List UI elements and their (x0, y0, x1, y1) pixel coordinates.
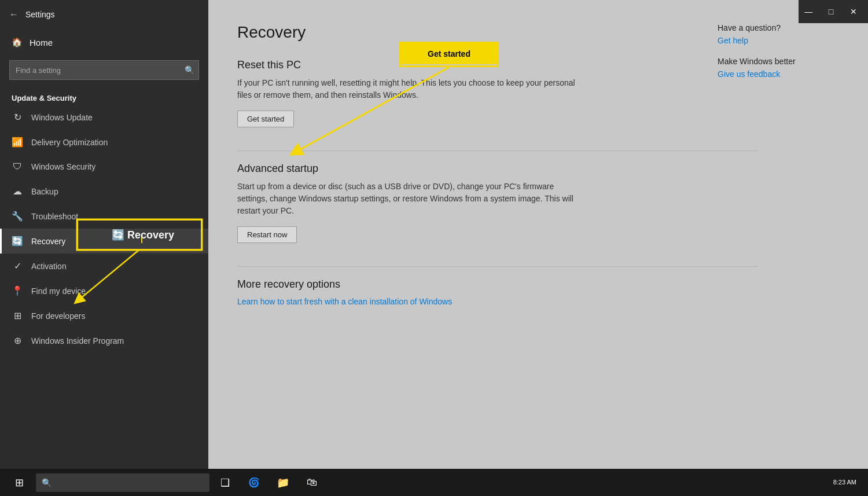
sidebar-item-label: Windows Update (31, 113, 93, 122)
developers-icon: ⊞ (12, 310, 23, 321)
clean-install-link[interactable]: Learn how to start fresh with a clean in… (237, 297, 452, 306)
sidebar-item-windows-insider[interactable]: ⊕ Windows Insider Program (0, 328, 208, 353)
taskbar-search-icon: 🔍 (42, 478, 52, 487)
section-label: Update & Security (0, 89, 208, 105)
sidebar-item-for-developers[interactable]: ⊞ For developers (0, 303, 208, 328)
search-icon: 🔍 (185, 65, 194, 75)
sidebar: ← Settings 🏠 Home 🔍 Update & Security ↻ … (0, 0, 208, 469)
insider-icon: ⊕ (12, 335, 23, 346)
sidebar-item-label: Delivery Optimization (31, 138, 108, 147)
sidebar-item-label: Recovery (31, 237, 65, 246)
taskbar-right: 8:23 AM (833, 478, 863, 487)
troubleshoot-icon: 🔧 (12, 211, 23, 222)
close-button[interactable]: ✕ (843, 2, 863, 21)
sidebar-item-label: Troubleshoot (31, 212, 78, 221)
sidebar-item-activation[interactable]: ✓ Activation (0, 253, 208, 278)
more-options-title: More recovery options (237, 278, 845, 291)
backup-icon: ☁ (12, 186, 23, 197)
taskbar: ⊞ 🔍 ❑ 🌀 📁 🛍 8:23 AM (0, 469, 868, 496)
sidebar-item-recovery[interactable]: 🔄 Recovery (0, 229, 208, 253)
app-title: Settings (25, 10, 55, 19)
home-label: Home (30, 38, 53, 47)
maximize-button[interactable]: □ (821, 2, 841, 21)
taskbar-time: 8:23 AM (833, 478, 856, 487)
home-icon: 🏠 (12, 37, 23, 47)
edge-button[interactable]: 🌀 (241, 469, 267, 496)
windows-security-icon: 🛡 (12, 161, 23, 172)
search-input[interactable] (9, 60, 199, 80)
sidebar-item-find-my-device[interactable]: 📍 Find my device (0, 278, 208, 303)
sidebar-item-label: For developers (31, 311, 85, 321)
title-bar: ← Settings (0, 0, 208, 29)
make-better-title: Make Windows better (718, 57, 845, 66)
sidebar-item-windows-security[interactable]: 🛡 Windows Security (0, 155, 208, 179)
minimize-button[interactable]: — (799, 2, 819, 21)
sidebar-item-troubleshoot[interactable]: 🔧 Troubleshoot (0, 204, 208, 229)
sidebar-item-label: Windows Insider Program (31, 336, 124, 346)
file-explorer-button[interactable]: 📁 (270, 469, 296, 496)
get-started-button[interactable]: Get started (237, 111, 294, 127)
sidebar-item-label: Find my device (31, 286, 86, 296)
sidebar-item-label: Backup (31, 187, 58, 196)
sidebar-item-windows-update[interactable]: ↻ Windows Update (0, 105, 208, 130)
task-view-button[interactable]: ❑ (212, 469, 238, 496)
find-device-icon: 📍 (12, 285, 23, 296)
restart-now-button[interactable]: Restart now (237, 226, 297, 243)
recovery-icon: 🔄 (12, 236, 23, 247)
sidebar-item-backup[interactable]: ☁ Backup (0, 179, 208, 204)
back-icon[interactable]: ← (9, 9, 19, 20)
have-question-title: Have a question? (718, 23, 845, 32)
sidebar-item-delivery-optimization[interactable]: 📶 Delivery Optimization (0, 130, 208, 155)
sidebar-item-home[interactable]: 🏠 Home (0, 29, 208, 56)
activation-icon: ✓ (12, 260, 23, 271)
taskbar-search[interactable]: 🔍 (36, 473, 209, 492)
sidebar-item-label: Activation (31, 262, 67, 271)
window-controls: — □ ✕ (799, 0, 868, 23)
sidebar-item-label: Windows Security (31, 162, 95, 171)
feedback-link[interactable]: Give us feedback (718, 69, 845, 79)
divider-2 (237, 266, 758, 267)
start-button[interactable]: ⊞ (5, 469, 34, 496)
reset-pc-desc: If your PC isn't running well, resetting… (237, 77, 584, 101)
advanced-startup-desc: Start up from a device or disc (such as … (237, 181, 584, 217)
main-content: Recovery Reset this PC If your PC isn't … (208, 0, 868, 469)
divider-1 (237, 150, 758, 151)
advanced-startup-title: Advanced startup (237, 163, 845, 175)
right-panel: Have a question? Get help Make Windows b… (718, 23, 845, 90)
store-button[interactable]: 🛍 (299, 469, 325, 496)
windows-update-icon: ↻ (12, 112, 23, 123)
delivery-optimization-icon: 📶 (12, 137, 23, 148)
get-help-link[interactable]: Get help (718, 36, 845, 45)
search-box: 🔍 (9, 60, 199, 80)
